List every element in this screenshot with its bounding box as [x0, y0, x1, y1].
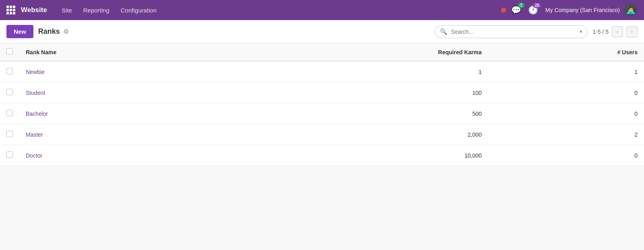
- col-required-karma: Required Karma: [224, 43, 488, 61]
- row-rank-name[interactable]: Doctor: [19, 145, 224, 166]
- toolbar: New Ranks ⚙ 🔍 ▾ 1-5 / 5 ‹ ›: [0, 20, 644, 43]
- new-button[interactable]: New: [6, 25, 33, 38]
- status-indicator: [501, 8, 506, 12]
- row-required-karma: 10,000: [224, 145, 488, 166]
- col-users: # Users: [488, 43, 644, 61]
- row-users: 1: [488, 61, 644, 82]
- search-dropdown-icon[interactable]: ▾: [580, 29, 582, 35]
- nav-configuration[interactable]: Configuration: [116, 4, 161, 16]
- row-users: 0: [488, 103, 644, 124]
- row-checkbox-cell: [0, 124, 19, 145]
- row-rank-name[interactable]: Newbie: [19, 61, 224, 82]
- messages-button[interactable]: 💬 7: [510, 4, 523, 16]
- company-name[interactable]: My Company (San Francisco): [545, 7, 620, 13]
- pagination-area: 1-5 / 5 ‹ ›: [592, 26, 638, 37]
- updates-count: 25: [533, 3, 541, 8]
- apps-menu-icon[interactable]: [6, 6, 15, 14]
- search-bar: 🔍 ▾: [435, 25, 588, 38]
- brand-name[interactable]: Website: [21, 6, 47, 14]
- row-users: 0: [488, 82, 644, 103]
- row-required-karma: 2,000: [224, 124, 488, 145]
- search-input[interactable]: [451, 29, 576, 35]
- ranks-table-container: Rank Name Required Karma # Users Newbie …: [0, 43, 644, 166]
- row-checkbox-3[interactable]: [6, 131, 13, 137]
- row-required-karma: 100: [224, 82, 488, 103]
- user-avatar[interactable]: 🧑‍💻: [624, 3, 638, 17]
- table-row: Newbie 1 1: [0, 61, 644, 82]
- page-title: Ranks: [38, 27, 60, 36]
- row-rank-name[interactable]: Bachelor: [19, 103, 224, 124]
- row-checkbox-1[interactable]: [6, 89, 13, 95]
- header-checkbox-cell: [0, 43, 19, 61]
- row-required-karma: 1: [224, 61, 488, 82]
- topnav-right: 💬 7 🕐 25 My Company (San Francisco) 🧑‍💻: [501, 3, 638, 17]
- search-icon: 🔍: [440, 28, 448, 35]
- select-all-checkbox[interactable]: [6, 48, 13, 55]
- row-users: 0: [488, 145, 644, 166]
- table-header: Rank Name Required Karma # Users: [0, 43, 644, 61]
- table-row: Doctor 10,000 0: [0, 145, 644, 166]
- row-required-karma: 500: [224, 103, 488, 124]
- row-rank-name[interactable]: Master: [19, 124, 224, 145]
- row-checkbox-cell: [0, 61, 19, 82]
- row-checkbox-4[interactable]: [6, 152, 13, 158]
- row-checkbox-2[interactable]: [6, 110, 13, 116]
- table-row: Master 2,000 2: [0, 124, 644, 145]
- table-body: Newbie 1 1 Student 100 0 Bachelor 500 0 …: [0, 61, 644, 166]
- updates-button[interactable]: 🕐 25: [527, 4, 540, 16]
- row-rank-name[interactable]: Student: [19, 82, 224, 103]
- nav-links: Site Reporting Configuration: [57, 4, 501, 16]
- pagination-label: 1-5 / 5: [592, 29, 609, 35]
- table-row: Bachelor 500 0: [0, 103, 644, 124]
- settings-icon[interactable]: ⚙: [63, 28, 69, 35]
- top-navigation: Website Site Reporting Configuration 💬 7…: [0, 0, 644, 20]
- pagination-prev[interactable]: ‹: [612, 26, 623, 37]
- pagination-next[interactable]: ›: [626, 26, 638, 37]
- page-title-area: Ranks ⚙: [38, 27, 69, 36]
- ranks-table: Rank Name Required Karma # Users Newbie …: [0, 43, 644, 166]
- nav-reporting[interactable]: Reporting: [78, 4, 114, 16]
- nav-site[interactable]: Site: [57, 4, 77, 16]
- row-checkbox-0[interactable]: [6, 68, 13, 74]
- row-checkbox-cell: [0, 103, 19, 124]
- table-row: Student 100 0: [0, 82, 644, 103]
- row-users: 2: [488, 124, 644, 145]
- messages-count: 7: [518, 3, 524, 8]
- row-checkbox-cell: [0, 145, 19, 166]
- col-rank-name: Rank Name: [19, 43, 224, 61]
- row-checkbox-cell: [0, 82, 19, 103]
